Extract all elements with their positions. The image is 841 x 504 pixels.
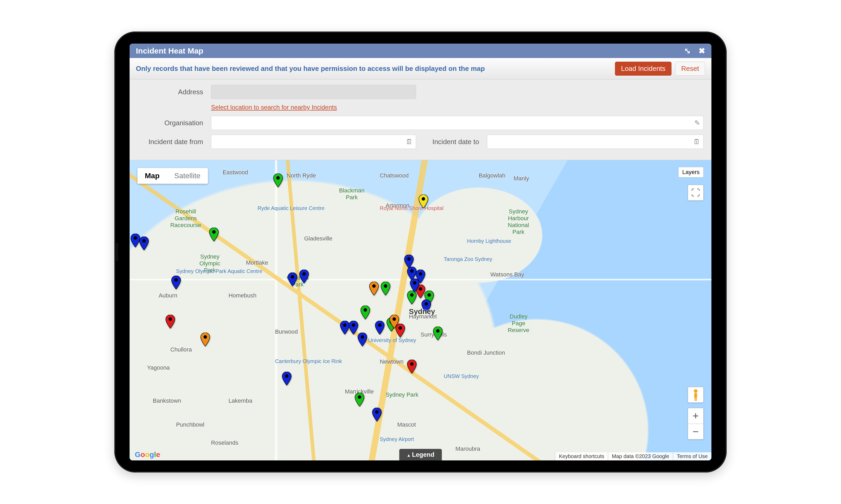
map-pin-blue[interactable] [171, 276, 181, 289]
zoom-in-button[interactable]: + [688, 408, 704, 424]
svg-point-27 [398, 326, 402, 330]
poi-label: Sydney Olympic Park Aquatic Centre [176, 268, 262, 274]
minimize-icon[interactable]: ⤡ [684, 46, 691, 55]
map-pin-blue[interactable] [131, 234, 140, 247]
info-bar: Only records that have been reviewed and… [130, 58, 711, 79]
place-label: Roselands [211, 439, 238, 446]
park-label: RosehillGardensRacecourse [170, 208, 201, 229]
calendar-icon[interactable]: 🗓 [693, 138, 700, 146]
map-pin-blue[interactable] [372, 408, 382, 421]
map-pin-blue[interactable] [404, 255, 414, 268]
keyboard-shortcuts-link[interactable]: Keyboard shortcuts [555, 452, 608, 461]
place-label: Bankstown [153, 397, 181, 404]
filter-form: Address Select location to search for ne… [130, 79, 711, 160]
svg-point-9 [410, 269, 413, 273]
place-label: North Ryde [287, 172, 316, 179]
map-pin-red[interactable] [407, 360, 416, 373]
zoom-control: + − [688, 408, 704, 439]
map-pin-blue[interactable] [416, 270, 425, 283]
map-pin-green[interactable] [407, 291, 416, 304]
date-to-input[interactable]: 🗓 [487, 135, 704, 149]
place-label: Eastwood [223, 169, 248, 176]
place-label: Maroubra [456, 446, 480, 452]
map-pin-orange[interactable] [201, 332, 210, 346]
map-pin-blue[interactable] [282, 372, 291, 385]
info-message: Only records that have been reviewed and… [136, 65, 485, 73]
map-type-switch: Map Satellite [137, 168, 208, 184]
svg-point-26 [393, 317, 396, 321]
svg-point-1 [422, 197, 425, 201]
map-pin-red[interactable] [166, 315, 175, 328]
map-pin-yellow[interactable] [419, 195, 428, 208]
select-location-link[interactable]: Select location to search for nearby Inc… [211, 104, 337, 111]
poi-label: Sydney Park [385, 391, 418, 398]
svg-point-29 [410, 362, 413, 366]
close-icon[interactable]: ✖ [699, 46, 705, 55]
layers-button[interactable]: Layers [678, 167, 704, 177]
map-pin-green[interactable] [209, 228, 219, 241]
legend-toggle[interactable]: Legend [399, 449, 442, 461]
place-label: Punchbowl [176, 421, 204, 428]
address-input[interactable] [211, 85, 416, 99]
map-pin-blue[interactable] [139, 236, 149, 250]
map[interactable]: North RydeChatswoodBalgowlahManlyEastwoo… [130, 160, 711, 461]
svg-point-30 [285, 374, 288, 378]
svg-rect-36 [696, 398, 697, 401]
svg-point-7 [291, 275, 294, 279]
fullscreen-button[interactable]: ⛶ [688, 185, 704, 201]
svg-point-16 [372, 284, 376, 288]
map-pin-green[interactable] [361, 306, 370, 319]
map-type-satellite[interactable]: Satellite [167, 168, 208, 184]
svg-point-20 [343, 323, 347, 327]
svg-point-22 [363, 308, 367, 311]
load-incidents-button[interactable]: Load Incidents [615, 62, 671, 76]
poi-label: Royal North Shore Hospital [380, 205, 443, 211]
poi-label: Hornby Lighthouse [467, 238, 511, 244]
poi-label: UNSW Sydney [444, 373, 479, 379]
date-from-input[interactable]: 🗓 [211, 135, 416, 149]
pegman-button[interactable] [688, 387, 704, 403]
svg-point-31 [358, 395, 361, 399]
map-pin-red[interactable] [396, 324, 405, 337]
poi-label: Sydney Airport [380, 436, 414, 442]
map-pin-blue[interactable] [375, 321, 384, 335]
poi-label: Taronga Zoo Sydney [444, 256, 493, 262]
map-data-text: Map data ©2023 Google [608, 452, 673, 461]
park-label: DudleyPageReserve [508, 313, 529, 334]
map-pin-blue[interactable] [407, 267, 416, 280]
svg-point-4 [142, 239, 146, 242]
map-pin-green[interactable] [433, 327, 443, 340]
calendar-icon[interactable]: 🗓 [406, 138, 413, 146]
map-type-map[interactable]: Map [137, 168, 167, 184]
map-pin-blue[interactable] [349, 321, 358, 335]
svg-point-24 [378, 323, 382, 327]
window-header: Incident Heat Map ⤡ ✖ [130, 43, 711, 58]
edit-icon[interactable]: ✎ [694, 119, 700, 127]
map-pin-green[interactable] [381, 282, 390, 295]
svg-point-5 [174, 278, 178, 282]
svg-point-21 [352, 323, 355, 327]
poi-label: Ryde Aquatic Leisure Centre [258, 205, 325, 211]
map-pin-blue[interactable] [288, 272, 297, 286]
map-pin-orange[interactable] [369, 282, 379, 295]
map-pin-blue[interactable] [299, 270, 309, 283]
poi-label: University of Sydney [368, 337, 416, 343]
map-pin-green[interactable] [273, 174, 283, 187]
place-label: Auburn [159, 292, 177, 299]
svg-point-6 [303, 272, 306, 276]
map-attribution: Keyboard shortcuts Map data ©2023 Google… [555, 452, 711, 461]
organisation-input[interactable]: ✎ [211, 116, 704, 130]
map-pin-blue[interactable] [358, 332, 367, 346]
place-label: Manly [514, 175, 529, 182]
place-label: Yagoona [147, 364, 170, 371]
svg-point-15 [425, 302, 428, 306]
svg-point-8 [407, 257, 411, 261]
terms-link[interactable]: Terms of Use [673, 452, 711, 461]
tablet-frame: Incident Heat Map ⤡ ✖ Only records that … [114, 32, 727, 472]
svg-point-17 [384, 284, 388, 288]
map-pin-green[interactable] [355, 393, 364, 406]
reset-button[interactable]: Reset [675, 62, 705, 76]
map-pin-blue[interactable] [340, 321, 349, 335]
zoom-out-button[interactable]: − [688, 424, 704, 439]
city-label-sydney: Sydney [409, 307, 435, 316]
